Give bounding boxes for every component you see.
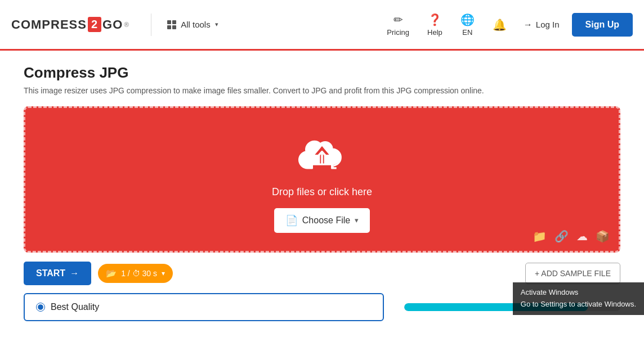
login-icon: →: [524, 20, 533, 30]
upload-area[interactable]: Drop files or click here 📄 Choose File ▾…: [24, 106, 620, 253]
drop-files-text: Drop files or click here: [272, 186, 372, 198]
quality-card: Best Quality: [24, 293, 384, 321]
start-button[interactable]: START →: [24, 262, 91, 285]
nav-notifications[interactable]: 🔔: [485, 15, 515, 35]
quality-radio-best[interactable]: [36, 303, 45, 312]
start-label: START: [36, 268, 65, 278]
login-button[interactable]: → Log In: [515, 15, 569, 34]
upload-source-icons: 📁 🔗 ☁ 📦: [533, 230, 610, 243]
logo-suffix: ®: [124, 21, 129, 29]
folder-icon[interactable]: 📁: [533, 230, 547, 243]
logo-part2: GO: [102, 17, 123, 32]
all-tools-button[interactable]: All tools ▾: [162, 16, 224, 33]
nav-lang-label: EN: [462, 28, 472, 37]
choose-file-chevron-icon: ▾: [355, 216, 359, 224]
pricing-icon: ✏: [393, 13, 403, 26]
badge-chevron-icon: ▾: [162, 269, 165, 277]
logo-part1: COMPRESS: [11, 17, 87, 32]
info-badge[interactable]: 📂 1 / ⏱ 30 s ▾: [98, 264, 173, 283]
nav-help-label: Help: [427, 28, 442, 37]
cloud-upload-icon: [297, 138, 347, 177]
choose-file-label: Choose File: [302, 215, 350, 226]
badge-text: 1 / ⏱ 30 s: [121, 269, 157, 278]
logo: COMPRESS 2 GO ®: [11, 17, 129, 32]
page-description: This image resizer uses JPG compression …: [24, 86, 620, 95]
header: COMPRESS 2 GO ® All tools ▾ ✏ Pricing ❓ …: [0, 0, 644, 51]
quality-section: Best Quality: [24, 293, 620, 321]
badge-file-icon: 📂: [106, 268, 117, 278]
arrow-icon: →: [70, 268, 79, 278]
header-divider: [151, 14, 151, 36]
login-label: Log In: [536, 20, 560, 29]
header-nav: ✏ Pricing ❓ Help 🌐 EN 🔔: [379, 10, 515, 40]
quality-label: Best Quality: [51, 302, 99, 312]
logo-num: 2: [88, 17, 101, 32]
page-title: Compress JPG: [24, 64, 620, 82]
link-icon[interactable]: 🔗: [554, 230, 569, 243]
bell-icon: 🔔: [493, 18, 507, 32]
cloud-icon[interactable]: ☁: [576, 230, 588, 243]
file-icon: 📄: [285, 214, 298, 227]
bottom-bar: START → 📂 1 / ⏱ 30 s ▾ + ADD SAMPLE FILE: [24, 262, 620, 285]
help-icon: ❓: [428, 13, 442, 26]
nav-pricing-label: Pricing: [387, 28, 409, 37]
grid-icon: [167, 20, 176, 29]
quality-bar: [404, 303, 588, 311]
dropbox-icon[interactable]: 📦: [596, 230, 610, 243]
chevron-down-icon: ▾: [215, 21, 218, 28]
nav-language[interactable]: 🌐 EN: [453, 10, 482, 40]
globe-icon: 🌐: [460, 13, 475, 26]
all-tools-label: All tools: [181, 20, 211, 29]
signup-button[interactable]: Sign Up: [572, 13, 633, 37]
choose-file-button[interactable]: 📄 Choose File ▾: [274, 208, 370, 233]
nav-help[interactable]: ❓ Help: [419, 10, 450, 40]
main-content: Compress JPG This image resizer uses JPG…: [12, 51, 632, 335]
nav-pricing[interactable]: ✏ Pricing: [379, 10, 417, 40]
quality-bar-container: [404, 303, 620, 311]
add-sample-button[interactable]: + ADD SAMPLE FILE: [525, 263, 620, 284]
